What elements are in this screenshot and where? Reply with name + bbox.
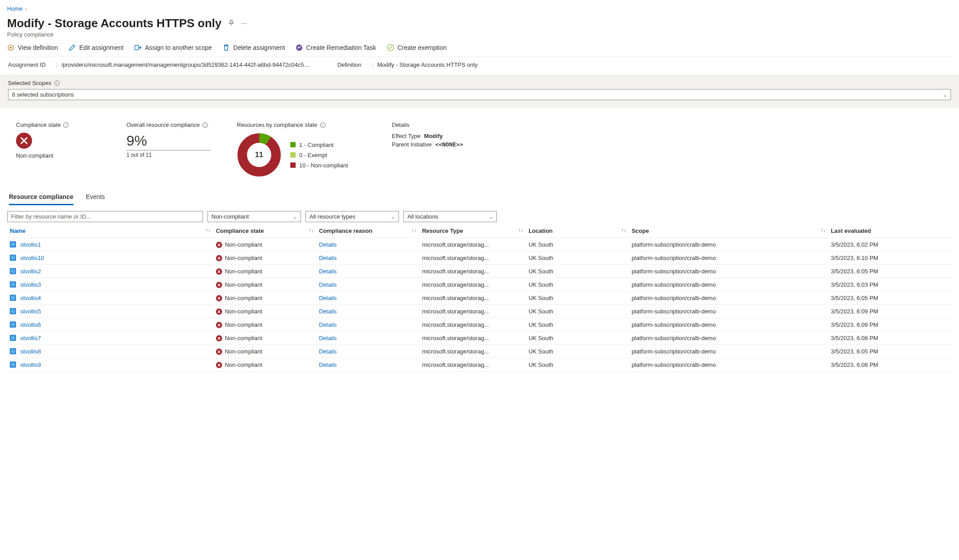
- view-definition-button[interactable]: View definition: [7, 44, 58, 51]
- scope-text: platform-subscription/cralb-demo: [629, 305, 829, 318]
- overall-compliance-percent: 9%: [126, 133, 215, 149]
- create-remediation-button[interactable]: Create Remediation Task: [296, 44, 376, 51]
- assign-scope-button[interactable]: Assign to another scope: [134, 44, 212, 51]
- location-text: UK South: [526, 345, 629, 358]
- table-row[interactable]: stvollis6 Non-compliant Details microsof…: [7, 318, 952, 332]
- table-row[interactable]: stvollis7 Non-compliant Details microsof…: [7, 332, 952, 345]
- tab-events[interactable]: Events: [86, 190, 105, 205]
- location-text: UK South: [526, 292, 629, 305]
- sort-icon: ↑↓: [206, 227, 211, 233]
- selected-scopes-section: Selected Scopes i 6 selected subscriptio…: [0, 74, 959, 108]
- breadcrumb-home-link[interactable]: Home: [7, 5, 23, 12]
- resource-name-link[interactable]: stvollis6: [20, 321, 41, 328]
- info-icon[interactable]: i: [203, 122, 208, 128]
- compliance-reason-link[interactable]: Details: [319, 361, 337, 368]
- resource-name-link[interactable]: stvollis9: [20, 361, 41, 368]
- scope-text: platform-subscription/cralb-demo: [629, 292, 829, 305]
- resource-name-link[interactable]: stvollis8: [20, 348, 41, 355]
- table-row[interactable]: stvollis9 Non-compliant Details microsof…: [7, 358, 952, 372]
- tab-resource-compliance[interactable]: Resource compliance: [9, 190, 73, 205]
- table-row[interactable]: stvollis10 Non-compliant Details microso…: [7, 252, 952, 265]
- pin-icon[interactable]: [228, 20, 235, 28]
- pencil-icon: [69, 44, 76, 51]
- table-row[interactable]: stvollis5 Non-compliant Details microsof…: [7, 305, 952, 318]
- noncompliant-status-icon: [16, 133, 32, 149]
- definition-value: Modify - Storage Accounts HTTPS only: [377, 61, 477, 68]
- compliance-reason-link[interactable]: Details: [319, 255, 337, 261]
- noncompliant-status-icon: [216, 335, 222, 341]
- scope-text: platform-subscription/cralb-demo: [629, 238, 829, 252]
- resource-type-text: microsoft.storage/storag...: [419, 238, 526, 252]
- essentials-panel: Assignment ID : /providers/microsoft.man…: [7, 57, 952, 74]
- resource-name-link[interactable]: stvollis1: [20, 241, 41, 248]
- info-icon[interactable]: i: [320, 122, 325, 128]
- target-icon: [7, 44, 14, 51]
- location-filter-dropdown[interactable]: All locations ⌄: [403, 211, 497, 222]
- col-header-state[interactable]: Compliance state ↑↓: [213, 224, 316, 238]
- resource-type-text: microsoft.storage/storag...: [419, 252, 526, 265]
- col-header-location[interactable]: Location ↑↓: [526, 224, 629, 238]
- col-header-type[interactable]: Resource Type ↑↓: [419, 224, 526, 238]
- table-row[interactable]: stvollis3 Non-compliant Details microsof…: [7, 278, 952, 292]
- compliance-filter-dropdown[interactable]: Non-compliant ⌄: [207, 211, 301, 222]
- resource-type-text: microsoft.storage/storag...: [419, 305, 526, 318]
- svg-rect-2: [135, 45, 138, 50]
- table-row[interactable]: stvollis4 Non-compliant Details microsof…: [7, 292, 952, 305]
- page-title: Modify - Storage Accounts HTTPS only: [7, 16, 222, 30]
- edit-assignment-button[interactable]: Edit assignment: [69, 44, 124, 51]
- parent-initiative-value: <<NONE>>: [435, 141, 463, 148]
- scope-text: platform-subscription/cralb-demo: [629, 265, 829, 278]
- compliance-state-text: Non-compliant: [225, 335, 262, 341]
- col-header-scope[interactable]: Scope ↑↓: [629, 224, 829, 238]
- compliance-reason-link[interactable]: Details: [319, 335, 337, 341]
- resource-name-link[interactable]: stvollis3: [20, 281, 41, 288]
- resource-name-link[interactable]: stvollis4: [20, 295, 41, 301]
- compliance-reason-link[interactable]: Details: [319, 348, 337, 355]
- more-icon[interactable]: ⋯: [241, 20, 247, 27]
- info-icon[interactable]: i: [54, 81, 60, 86]
- compliance-state-text: Non-compliant: [225, 348, 262, 355]
- col-header-reason[interactable]: Compliance reason ↑↓: [316, 224, 419, 238]
- table-row[interactable]: stvollis1 Non-compliant Details microsof…: [7, 238, 952, 252]
- command-bar: View definition Edit assignment Assign t…: [7, 38, 952, 57]
- compliance-reason-link[interactable]: Details: [319, 281, 337, 288]
- storage-account-icon: [10, 361, 16, 368]
- scope-text: platform-subscription/cralb-demo: [629, 345, 829, 358]
- delete-assignment-button[interactable]: Delete assignment: [223, 44, 285, 51]
- resource-name-link[interactable]: stvollis5: [20, 308, 41, 315]
- compliance-reason-link[interactable]: Details: [319, 241, 337, 248]
- storage-account-icon: [10, 241, 16, 248]
- compliance-reason-link[interactable]: Details: [319, 321, 337, 328]
- location-text: UK South: [526, 278, 629, 292]
- resource-filter-input[interactable]: [7, 211, 203, 222]
- selected-scopes-dropdown[interactable]: 6 selected subscriptions ⌄: [8, 89, 951, 100]
- storage-account-icon: [10, 335, 16, 341]
- legend-swatch-exempt: [290, 152, 296, 158]
- table-row[interactable]: stvollis2 Non-compliant Details microsof…: [7, 265, 952, 278]
- sort-icon: ↑↓: [622, 227, 626, 233]
- location-text: UK South: [526, 252, 629, 265]
- last-evaluated-text: 3/5/2023, 6:05 PM: [828, 265, 952, 278]
- noncompliant-status-icon: [216, 308, 222, 315]
- resource-name-link[interactable]: stvollis2: [20, 268, 41, 275]
- resource-name-link[interactable]: stvollis10: [20, 255, 44, 261]
- effect-type-value: Modify: [424, 133, 443, 139]
- resource-name-link[interactable]: stvollis7: [20, 335, 41, 341]
- chevron-down-icon: ⌄: [489, 214, 493, 219]
- resource-type-filter-dropdown[interactable]: All resource types ⌄: [305, 211, 399, 222]
- scope-text: platform-subscription/cralb-demo: [629, 332, 829, 345]
- col-header-name[interactable]: Name ↑↓: [7, 224, 213, 238]
- compliance-reason-link[interactable]: Details: [319, 268, 337, 275]
- details-title: Details: [392, 122, 410, 128]
- location-text: UK South: [526, 318, 629, 332]
- compliance-reason-link[interactable]: Details: [319, 295, 337, 301]
- create-exemption-button[interactable]: Create exemption: [387, 44, 447, 51]
- compliance-state-title: Compliance state: [16, 122, 61, 128]
- compliance-state-text: Non-compliant: [225, 295, 262, 301]
- breadcrumb: Home ›: [7, 4, 952, 16]
- compliance-donut-chart: 11: [237, 133, 281, 177]
- col-header-evaluated[interactable]: Last evaluated: [828, 224, 952, 238]
- table-row[interactable]: stvollis8 Non-compliant Details microsof…: [7, 345, 952, 358]
- info-icon[interactable]: i: [63, 122, 69, 128]
- compliance-reason-link[interactable]: Details: [319, 308, 337, 315]
